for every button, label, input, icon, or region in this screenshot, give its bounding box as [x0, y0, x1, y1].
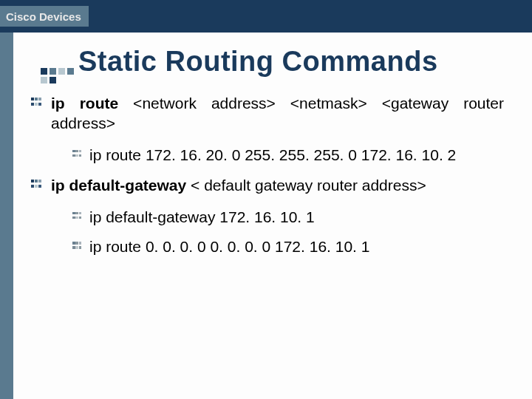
title-area: Static Routing Commands: [41, 46, 532, 78]
command-args: < default gateway router address>: [186, 177, 426, 194]
command-args: <network address> <netmask> <gateway rou…: [51, 95, 504, 132]
list-item-text: ip route <network address> <netmask> <ga…: [51, 94, 504, 134]
list-item: ip route <network address> <netmask> <ga…: [31, 94, 504, 134]
command-name: ip route: [51, 95, 118, 112]
bullet-icon: [72, 242, 83, 250]
bullet-icon: [72, 212, 83, 221]
list-item: ip route 172. 16. 20. 0 255. 255. 255. 0…: [72, 146, 504, 166]
list-item: ip default-gateway 172. 16. 10. 1: [72, 208, 504, 228]
slide: Cisco Devices Static Routing Commands ip…: [0, 0, 532, 399]
bullet-icon: [31, 180, 44, 190]
list-item: ip route 0. 0. 0. 0 0. 0. 0. 0 172. 16. …: [72, 237, 504, 257]
list-item: ip default-gateway < default gateway rou…: [31, 176, 504, 196]
content-area: ip route <network address> <netmask> <ga…: [31, 94, 504, 257]
list-item-text: ip default-gateway < default gateway rou…: [51, 176, 426, 196]
slide-title: Static Routing Commands: [78, 46, 532, 78]
list-item-text: ip default-gateway 172. 16. 10. 1: [89, 208, 315, 228]
bullet-icon: [72, 150, 83, 159]
header-label: Cisco Devices: [6, 10, 81, 23]
header-bar: Cisco Devices: [0, 0, 532, 33]
bullet-icon: [31, 98, 44, 108]
title-decoration-icon: [41, 68, 76, 86]
list-item-text: ip route 172. 16. 20. 0 255. 255. 255. 0…: [89, 146, 456, 166]
command-name: ip default-gateway: [51, 177, 186, 194]
left-stripe: [0, 33, 13, 399]
list-item-text: ip route 0. 0. 0. 0 0. 0. 0. 0 172. 16. …: [89, 237, 369, 257]
header-tab: Cisco Devices: [0, 6, 89, 27]
